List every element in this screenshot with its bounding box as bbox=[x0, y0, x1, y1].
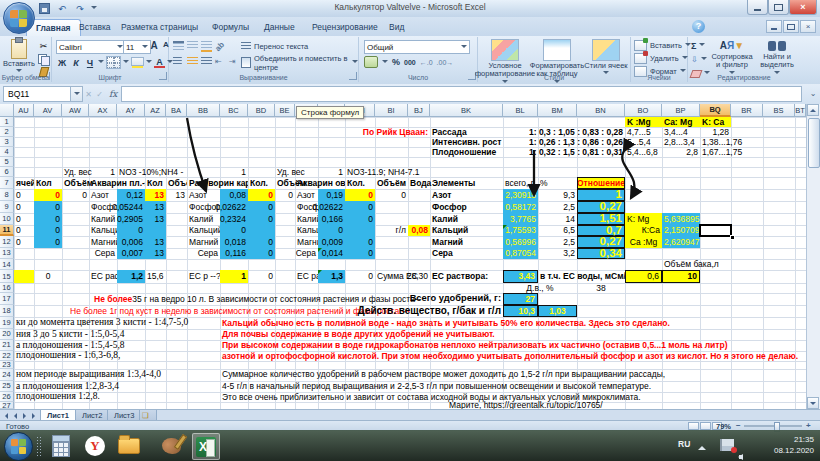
action-center-flag-icon[interactable] bbox=[720, 439, 734, 451]
vertical-scroll-thumb[interactable] bbox=[808, 118, 820, 168]
column-header-AU[interactable]: AU bbox=[14, 104, 34, 117]
cell-AV7[interactable]: Кол bbox=[34, 177, 62, 189]
cell-BK4[interactable]: Плодоношение bbox=[430, 147, 503, 157]
merge-center-button[interactable]: Объединить и поместить в центре bbox=[241, 56, 358, 69]
row-header-17[interactable]: 17 bbox=[0, 293, 14, 305]
cell-BF10[interactable]: Калий bbox=[295, 213, 318, 225]
cell-AY15[interactable]: 1,2 bbox=[117, 270, 145, 283]
workbook-minimize-button[interactable] bbox=[766, 20, 782, 33]
cell-AW8[interactable]: 0 bbox=[62, 189, 89, 201]
cell-BK13[interactable]: Сера bbox=[430, 248, 503, 260]
tab-formuly[interactable]: Формулы bbox=[203, 19, 258, 36]
cell-BJ7[interactable]: Вода bbox=[408, 177, 430, 189]
cut-icon[interactable]: ✂ bbox=[37, 40, 50, 52]
column-header-AY[interactable]: AY bbox=[117, 104, 145, 117]
cell-BL8[interactable]: 2,30915 bbox=[503, 189, 538, 201]
cell-BH13[interactable]: 0 bbox=[345, 248, 375, 260]
scroll-up-button[interactable] bbox=[807, 104, 819, 116]
cell-BK10[interactable]: Калий bbox=[430, 213, 503, 225]
cell-BC9[interactable]: 0,02622 bbox=[220, 201, 248, 213]
cell-BC19[interactable]: Кальций обычно есть в поливной воде - на… bbox=[220, 317, 662, 329]
cell-BH2[interactable]: По Рийк Цваан: bbox=[345, 127, 430, 137]
cell-AX11[interactable]: Кальций bbox=[89, 225, 117, 237]
orientation-icon[interactable]: ab bbox=[213, 38, 229, 54]
cell-AY12[interactable]: 0,006 bbox=[117, 236, 145, 248]
cell-BH7[interactable]: Кол. bbox=[345, 177, 375, 189]
first-sheet-button[interactable] bbox=[2, 411, 11, 420]
row-header-21[interactable]: 21 bbox=[0, 340, 14, 351]
cell-BE8[interactable]: 0 bbox=[275, 189, 295, 201]
borders-dropdown-icon[interactable] bbox=[123, 60, 129, 66]
row-header-8[interactable]: 8 bbox=[0, 189, 14, 201]
cell-BL16[interactable]: Д.в., % bbox=[503, 283, 577, 293]
cell-AV15[interactable]: 0 bbox=[34, 270, 62, 283]
cell-AX17[interactable]: Не более 35 г на ведро 10 л. В зависимос… bbox=[92, 293, 298, 305]
cell-BM8[interactable]: 9,3 bbox=[538, 189, 577, 201]
cell-BB10[interactable]: Калий bbox=[187, 213, 220, 225]
cell-AZ11[interactable] bbox=[145, 225, 166, 237]
cell-AZ12[interactable]: 13 bbox=[145, 236, 166, 248]
cell-AX7[interactable]: Акварин пл.-ягодн bbox=[89, 177, 145, 189]
cell-BO15[interactable]: 0,6 bbox=[625, 270, 662, 283]
cell-BN13[interactable]: 0,34 bbox=[577, 248, 625, 260]
column-header-AW[interactable]: AW bbox=[62, 104, 89, 117]
cell-BG11[interactable]: 0 bbox=[318, 225, 345, 237]
cell-BO1[interactable]: K :Mg bbox=[625, 117, 662, 127]
cell-BD10[interactable]: 0 bbox=[248, 213, 275, 225]
cell-BM18[interactable]: 1,03 bbox=[538, 305, 577, 317]
row-header-12[interactable]: 12 bbox=[0, 236, 14, 248]
cell-BK3[interactable]: Интенсивн. рост bbox=[430, 137, 503, 147]
column-header-BE[interactable]: BE bbox=[275, 104, 295, 117]
italic-button[interactable]: К bbox=[70, 58, 82, 68]
cell-BK7[interactable]: Элементы bbox=[430, 177, 503, 189]
active-cell-BQ11[interactable] bbox=[699, 224, 732, 238]
underline-dropdown-icon[interactable] bbox=[98, 60, 104, 66]
cell-BN12[interactable]: 0,27 bbox=[577, 236, 625, 248]
cell-AY9[interactable]: 0,05244 bbox=[117, 201, 145, 213]
row-header-11[interactable]: 11 bbox=[0, 225, 14, 237]
cell-BI8[interactable]: 0 bbox=[375, 189, 408, 201]
number-format-select[interactable]: Общий bbox=[364, 40, 470, 54]
column-header-BR[interactable]: BR bbox=[731, 104, 763, 117]
cell-BH11[interactable] bbox=[345, 225, 375, 237]
cell-BO2[interactable]: 4,7...5 bbox=[625, 127, 662, 137]
cell-BL17[interactable]: 27 bbox=[503, 293, 538, 305]
cell-BC8[interactable]: 0,08 bbox=[220, 189, 248, 201]
cell-BM12[interactable]: 2,5 bbox=[538, 236, 577, 248]
cell-BB13[interactable]: Сера bbox=[187, 248, 220, 260]
row-header-9[interactable]: 9 bbox=[0, 201, 14, 213]
accounting-dropdown-icon[interactable] bbox=[382, 60, 388, 66]
cell-AV10[interactable]: 0 bbox=[34, 213, 62, 225]
paste-button[interactable]: Вставить bbox=[2, 39, 36, 75]
cell-BE7[interactable]: Объём bbox=[275, 177, 295, 189]
taskbar-clock[interactable]: 21:35 08.12.2020 bbox=[774, 434, 814, 456]
cell-BD7[interactable]: Кол. bbox=[248, 177, 275, 189]
cell-AZ15[interactable]: 15,6 bbox=[145, 270, 187, 283]
row-header-5[interactable]: 5 bbox=[0, 157, 14, 167]
row-header-19[interactable]: 19 bbox=[0, 317, 14, 329]
scroll-down-button[interactable] bbox=[807, 397, 819, 409]
cell-BG6[interactable]: 1 bbox=[318, 167, 345, 177]
cell-BL9[interactable]: 0,58172 bbox=[503, 201, 538, 213]
column-header-BP[interactable]: BP bbox=[662, 104, 700, 117]
column-header-BQ[interactable]: BQ bbox=[700, 104, 731, 117]
column-header-BN[interactable]: BN bbox=[577, 104, 625, 117]
name-box-dropdown-icon[interactable] bbox=[71, 86, 83, 102]
cell-AV12[interactable]: 0 bbox=[34, 236, 62, 248]
cell-AY11[interactable]: 0 bbox=[117, 225, 145, 237]
cell-AW18[interactable]: Не более 1г под куст в неделю в зависимо… bbox=[68, 305, 301, 317]
next-sheet-button[interactable] bbox=[20, 411, 29, 420]
fill-handle[interactable] bbox=[730, 235, 735, 240]
cell-AY10[interactable]: 0,2905 bbox=[117, 213, 145, 225]
cell-BG15[interactable]: 1,3 bbox=[318, 270, 345, 283]
cell-AY6[interactable]: NO3 -10%;NH4 - bbox=[117, 167, 145, 177]
column-header-BS[interactable]: BS bbox=[763, 104, 795, 117]
workbook-close-button[interactable]: × bbox=[800, 20, 816, 33]
row-header-20[interactable]: 20 bbox=[0, 329, 14, 341]
font-name-select[interactable]: Calibri bbox=[56, 40, 126, 54]
workbook-restore-button[interactable] bbox=[783, 20, 799, 33]
row-header-2[interactable]: 2 bbox=[0, 127, 14, 137]
cell-BL10[interactable]: 3,7765 bbox=[503, 213, 538, 225]
align-middle-icon[interactable] bbox=[187, 41, 198, 50]
delete-cells-button[interactable]: Удалить bbox=[634, 52, 688, 65]
